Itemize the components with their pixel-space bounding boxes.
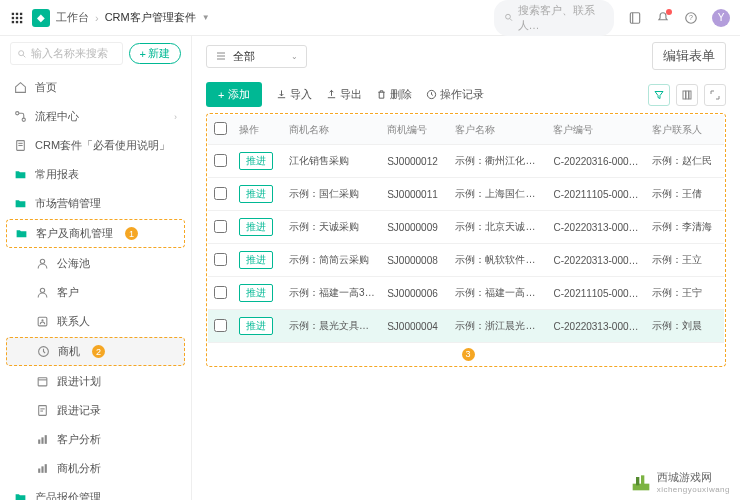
push-button[interactable]: 推进 bbox=[239, 284, 273, 302]
column-header-5[interactable]: 客户联系人 bbox=[646, 115, 724, 145]
column-header-0[interactable]: 操作 bbox=[233, 115, 283, 145]
avatar[interactable]: Y bbox=[712, 9, 730, 27]
row-checkbox[interactable] bbox=[214, 319, 227, 332]
folder-icon bbox=[14, 197, 27, 210]
sidebar-item-4[interactable]: 市场营销管理 bbox=[0, 189, 191, 218]
cell-code: SJ0000008 bbox=[381, 244, 449, 277]
sidebar-item-label: 产品报价管理 bbox=[35, 490, 101, 500]
sidebar-item-label: 商机 bbox=[58, 344, 80, 359]
cell-contact: 示例：王倩 bbox=[646, 178, 724, 211]
clock-icon bbox=[426, 89, 437, 100]
search-icon bbox=[17, 49, 27, 59]
sidebar-item-5[interactable]: 客户及商机管理1 bbox=[6, 219, 185, 248]
push-button[interactable]: 推进 bbox=[239, 251, 273, 269]
sidebar-item-label: 跟进计划 bbox=[57, 374, 101, 389]
cust-icon bbox=[36, 286, 49, 299]
push-button[interactable]: 推进 bbox=[239, 185, 273, 203]
sidebar-search-input[interactable]: 输入名称来搜索 bbox=[10, 42, 123, 65]
sidebar-item-11[interactable]: 跟进记录 bbox=[0, 396, 191, 425]
main-area: 全部 ⌄ 编辑表单 + 添加 导入 导出 删除 操作记录 操作商机名称商机编号客… bbox=[192, 36, 740, 500]
sidebar-item-10[interactable]: 跟进计划 bbox=[0, 367, 191, 396]
sidebar-item-7[interactable]: 客户 bbox=[0, 278, 191, 307]
list-icon bbox=[215, 50, 227, 62]
search-icon bbox=[504, 12, 514, 23]
push-button[interactable]: 推进 bbox=[239, 317, 273, 335]
sidebar-item-label: 市场营销管理 bbox=[35, 196, 101, 211]
sidebar-item-label: 首页 bbox=[35, 80, 57, 95]
new-button[interactable]: + 新建 bbox=[129, 43, 181, 64]
row-checkbox[interactable] bbox=[214, 187, 227, 200]
push-button[interactable]: 推进 bbox=[239, 218, 273, 236]
breadcrumb-item-suite[interactable]: CRM客户管理套件 bbox=[105, 10, 196, 25]
table-row[interactable]: 推进示例：国仁采购SJ0000011示例：上海国仁有限…C-20211105-0… bbox=[208, 178, 724, 211]
table-row[interactable]: 推进江化销售采购SJ0000012示例：衢州江化集团C-20220316-000… bbox=[208, 145, 724, 178]
caret-down-icon[interactable]: ▼ bbox=[202, 13, 210, 22]
column-header-3[interactable]: 客户名称 bbox=[449, 115, 547, 145]
cell-custcode: C-20211105-0000004 bbox=[547, 277, 645, 310]
push-button[interactable]: 推进 bbox=[239, 152, 273, 170]
cell-contact: 示例：李清海 bbox=[646, 211, 724, 244]
folder-icon bbox=[14, 491, 27, 500]
sidebar-item-9[interactable]: 商机2 bbox=[6, 337, 185, 366]
chevron-down-icon: ⌄ bbox=[291, 52, 298, 61]
cell-contact: 示例：王立 bbox=[646, 244, 724, 277]
sidebar-item-2[interactable]: CRM套件「必看使用说明」 bbox=[0, 131, 191, 160]
cell-customer: 示例：衢州江化集团 bbox=[449, 145, 547, 178]
sidebar-item-13[interactable]: 商机分析 bbox=[0, 454, 191, 483]
sidebar-item-8[interactable]: 联系人 bbox=[0, 307, 191, 336]
column-header-4[interactable]: 客户编号 bbox=[547, 115, 645, 145]
breadcrumb-item-workspace[interactable]: 工作台 bbox=[56, 10, 89, 25]
row-checkbox[interactable] bbox=[214, 154, 227, 167]
apps-grid-icon[interactable] bbox=[10, 11, 24, 25]
filter-button[interactable] bbox=[648, 84, 670, 106]
import-button[interactable]: 导入 bbox=[276, 87, 312, 102]
cell-name: 江化销售采购 bbox=[283, 145, 381, 178]
edit-form-button[interactable]: 编辑表单 bbox=[652, 42, 726, 70]
table-row[interactable]: 推进示例：福建一高3月订单SJ0000006示例：福建一高集团C-2021110… bbox=[208, 277, 724, 310]
select-all-checkbox[interactable] bbox=[214, 122, 227, 135]
cell-custcode: C-20220313-0000002 bbox=[547, 211, 645, 244]
sidebar-item-label: 跟进记录 bbox=[57, 403, 101, 418]
contact-icon bbox=[36, 315, 49, 328]
flow-icon bbox=[14, 110, 27, 123]
row-checkbox[interactable] bbox=[214, 253, 227, 266]
operation-log-button[interactable]: 操作记录 bbox=[426, 87, 484, 102]
rec-icon bbox=[36, 404, 49, 417]
export-button[interactable]: 导出 bbox=[326, 87, 362, 102]
table-row[interactable]: 推进示例：简简云采购SJ0000008示例：帆软软件有限公司C-20220313… bbox=[208, 244, 724, 277]
add-button[interactable]: + 添加 bbox=[206, 82, 262, 107]
sidebar-item-6[interactable]: 公海池 bbox=[0, 249, 191, 278]
cell-name: 示例：简简云采购 bbox=[283, 244, 381, 277]
trash-icon bbox=[376, 89, 387, 100]
cell-customer: 示例：上海国仁有限… bbox=[449, 178, 547, 211]
delete-button[interactable]: 删除 bbox=[376, 87, 412, 102]
view-selector[interactable]: 全部 ⌄ bbox=[206, 45, 307, 68]
global-search-input[interactable]: 搜索客户、联系人… bbox=[494, 0, 614, 36]
columns-button[interactable] bbox=[676, 84, 698, 106]
sidebar-item-label: CRM套件「必看使用说明」 bbox=[35, 138, 170, 153]
column-header-2[interactable]: 商机编号 bbox=[381, 115, 449, 145]
data-table-wrap: 操作商机名称商机编号客户名称客户编号客户联系人 推进江化销售采购SJ000001… bbox=[206, 113, 726, 367]
sidebar-item-1[interactable]: 流程中心› bbox=[0, 102, 191, 131]
table-row[interactable]: 推进示例：晨光文具设备…SJ0000004示例：浙江晨光文具…C-2022031… bbox=[208, 310, 724, 343]
table-row[interactable]: 推进示例：天诚采购SJ0000009示例：北京天诚软件…C-20220313-0… bbox=[208, 211, 724, 244]
help-icon[interactable] bbox=[684, 11, 698, 25]
row-checkbox[interactable] bbox=[214, 286, 227, 299]
cell-custcode: C-20220316-0000001 bbox=[547, 145, 645, 178]
watermark: 西城游戏网 xichengyouxiwang bbox=[631, 470, 730, 494]
notification-icon[interactable] bbox=[656, 11, 670, 25]
sidebar-item-14[interactable]: 产品报价管理 bbox=[0, 483, 191, 500]
cell-custcode: C-20220313-0000004 bbox=[547, 310, 645, 343]
sidebar-item-3[interactable]: 常用报表 bbox=[0, 160, 191, 189]
sidebar-item-12[interactable]: 客户分析 bbox=[0, 425, 191, 454]
svg-rect-41 bbox=[641, 475, 644, 485]
manual-icon[interactable] bbox=[628, 11, 642, 25]
row-checkbox[interactable] bbox=[214, 220, 227, 233]
chart-icon bbox=[36, 433, 49, 446]
cell-customer: 示例：帆软软件有限公司 bbox=[449, 244, 547, 277]
expand-button[interactable] bbox=[704, 84, 726, 106]
cell-code: SJ0000006 bbox=[381, 277, 449, 310]
breadcrumb: 工作台 › CRM客户管理套件 ▼ bbox=[56, 10, 210, 25]
sidebar-item-0[interactable]: 首页 bbox=[0, 73, 191, 102]
column-header-1[interactable]: 商机名称 bbox=[283, 115, 381, 145]
